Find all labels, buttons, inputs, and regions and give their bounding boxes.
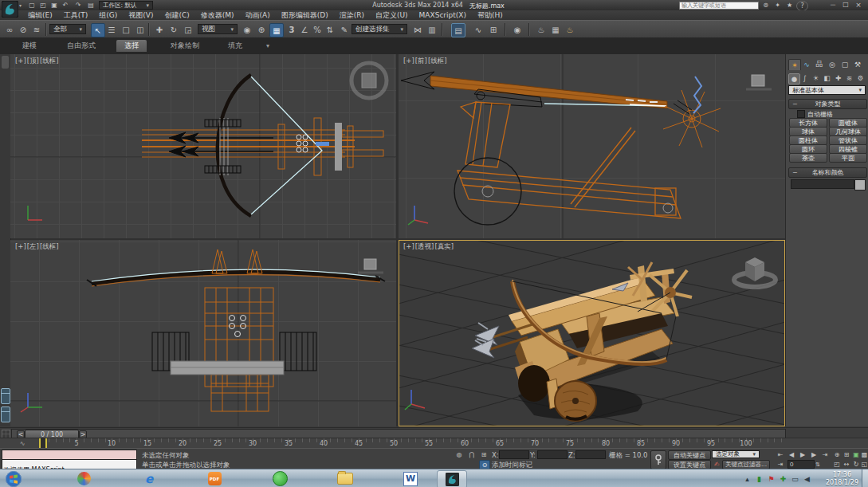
render-production-icon[interactable]: ♨ <box>564 23 576 36</box>
subtab-geometry[interactable]: ● <box>788 73 800 84</box>
isolate-selection-icon[interactable]: ◍ <box>454 450 464 459</box>
menu-create[interactable]: 创建(C) <box>159 10 194 21</box>
pan-view-icon[interactable]: ↔ <box>842 460 851 469</box>
viewcube-perspective[interactable] <box>734 257 776 287</box>
object-name-field[interactable] <box>791 179 854 189</box>
undo-icon[interactable]: ↶ <box>61 1 70 10</box>
object-color-swatch[interactable] <box>854 179 866 190</box>
taskbar-clock[interactable]: 17:36 2018/1/29 <box>826 471 858 486</box>
app-logo-icon[interactable] <box>2 1 18 18</box>
tray-security-shield-icon[interactable]: ✚ <box>778 473 788 484</box>
select-object-icon[interactable]: ↖ <box>91 23 105 37</box>
previous-frame-button[interactable]: ◀ <box>787 450 796 459</box>
orbit-icon[interactable]: ↻ <box>851 460 861 469</box>
viewport-top[interactable]: [+] [顶] [线框] <box>10 54 396 238</box>
go-to-end-button[interactable]: ⇥ <box>820 450 830 459</box>
viewport-view-button[interactable]: [前] <box>415 57 427 66</box>
percent-snap-icon[interactable]: % <box>311 23 324 36</box>
viewport-view-button[interactable]: [左] <box>27 242 39 252</box>
button-plane[interactable]: 平面 <box>829 153 867 163</box>
taskbar-pdf-app-icon[interactable]: PDF <box>202 470 226 487</box>
viewport-layout-tab-2[interactable] <box>1 406 10 422</box>
viewport-menu-button[interactable]: [+] <box>403 242 414 252</box>
viewport-shading-button[interactable]: [线框] <box>40 57 59 66</box>
zoom-region-icon[interactable]: ◰ <box>832 460 842 469</box>
tray-volume-icon[interactable]: ◀ <box>802 473 812 484</box>
keyboard-shortcut-override-icon[interactable]: ▦ <box>269 23 284 37</box>
ribbon-tab-object-paint[interactable]: 对象绘制 <box>163 40 207 52</box>
y-coord-field[interactable] <box>537 450 568 459</box>
menu-animation[interactable]: 动画(A) <box>240 10 276 21</box>
open-file-icon[interactable]: ◰ <box>38 1 48 10</box>
subtab-shapes[interactable]: ∫ <box>799 73 810 83</box>
current-frame-field[interactable] <box>787 460 815 469</box>
frame-spinner[interactable]: ⇅ <box>813 460 823 469</box>
snaps-toggle-icon[interactable]: 3 <box>285 23 298 36</box>
infocenter-search-input[interactable] <box>679 2 759 10</box>
tray-app-icon[interactable]: ▮ <box>754 473 764 484</box>
taskbar-3dsmax-button-active[interactable] <box>437 470 467 487</box>
viewport-menu-button[interactable]: [+] <box>15 57 26 66</box>
edit-named-sets-icon[interactable]: ✎ <box>338 23 351 36</box>
viewport-front[interactable]: [+] [前] [线框] <box>399 54 785 238</box>
tab-utilities[interactable]: ⚒ <box>852 59 863 69</box>
button-teapot[interactable]: 茶壶 <box>789 153 827 163</box>
reference-coordinate-dropdown[interactable]: 视图 ▾ <box>198 24 238 34</box>
restore-button[interactable]: □ <box>840 0 851 9</box>
save-file-icon[interactable]: ▣ <box>49 1 59 10</box>
menu-modifiers[interactable]: 修改器(M) <box>195 10 240 21</box>
taskbar-green-app-icon[interactable] <box>268 470 292 487</box>
zoom-extents-icon[interactable]: ▣ <box>851 450 861 459</box>
ribbon-tab-selection[interactable]: 选择 <box>116 40 147 52</box>
redo-icon[interactable]: ↷ <box>73 1 83 10</box>
go-to-start-button[interactable]: ⇤ <box>776 450 785 459</box>
tray-action-center-flag-icon[interactable]: ⚑ <box>766 473 776 484</box>
workspace-dropdown[interactable]: 工作区: 默认 ▾ <box>99 1 153 10</box>
menu-customize[interactable]: 自定义(U) <box>370 10 414 21</box>
window-crossing-icon[interactable]: ◫ <box>134 23 147 36</box>
select-by-name-icon[interactable]: ☰ <box>105 23 118 36</box>
spinner-snap-icon[interactable]: ⇅ <box>324 23 336 36</box>
tab-display[interactable]: ▢ <box>839 59 850 69</box>
named-selection-sets-dropdown[interactable]: 创建选择集 ▾ <box>352 24 407 34</box>
select-and-manipulate-icon[interactable]: ⊕ <box>255 23 268 36</box>
ribbon-tab-freeform[interactable]: 自由形式 <box>59 40 104 52</box>
taskbar-internet-explorer-icon[interactable]: e <box>137 470 161 487</box>
layout-bar-grip[interactable] <box>2 56 9 69</box>
primitive-category-dropdown[interactable]: 标准基本体 ▾ <box>788 85 866 95</box>
menu-maxscript[interactable]: MAXScript(X) <box>414 11 472 19</box>
curve-editor-icon[interactable]: ∿ <box>472 23 485 36</box>
viewport-perspective[interactable]: [+] [透视] [真实] <box>399 240 785 426</box>
open-mini-curve-editor-icon[interactable]: ∿ <box>18 439 27 448</box>
unlink-selection-icon[interactable]: ⊘ <box>17 23 29 36</box>
viewcube-front[interactable] <box>746 75 772 89</box>
use-pivot-center-icon[interactable]: ◉ <box>241 23 253 36</box>
new-scene-icon[interactable]: ▢ <box>27 1 37 10</box>
viewport-left[interactable]: [+] [左] [线框] <box>10 240 396 426</box>
rectangular-selection-icon[interactable]: □ <box>120 23 132 36</box>
align-icon[interactable]: ▥ <box>426 23 438 36</box>
subtab-systems[interactable]: ⚙ <box>855 73 866 83</box>
viewport-view-button[interactable]: [顶] <box>27 57 39 66</box>
key-filters-hand-icon[interactable]: ✍ <box>712 460 721 469</box>
zoom-icon[interactable]: ⊕ <box>832 450 842 459</box>
tray-network-icon[interactable]: ▭ <box>790 473 800 484</box>
key-mode-dropdown[interactable]: 选定对象 ▾ <box>712 450 760 458</box>
select-and-move-icon[interactable]: ✚ <box>153 23 166 36</box>
select-and-rotate-icon[interactable]: ↻ <box>167 23 180 36</box>
subtab-lights[interactable]: ☀ <box>811 73 821 83</box>
menu-views[interactable]: 视图(V) <box>123 10 159 21</box>
render-setup-icon[interactable]: ♨ <box>535 23 548 36</box>
track-bar[interactable]: ∿ 5 10 15 20 25 30 35 40 45 50 55 60 65 … <box>0 438 868 449</box>
menu-group[interactable]: 组(G) <box>93 10 123 21</box>
next-frame-button[interactable]: ▶ <box>809 450 819 459</box>
viewport-menu-button[interactable]: [+] <box>403 57 414 66</box>
auto-key-button[interactable]: 自动关键点 <box>668 450 711 460</box>
project-folder-icon[interactable]: ▤ <box>86 1 96 10</box>
tab-hierarchy[interactable]: 品 <box>814 59 825 69</box>
selection-filter-dropdown[interactable]: 全部 ▾ <box>49 24 86 34</box>
tab-create[interactable]: ✶ <box>788 59 801 70</box>
ribbon-tab-modeling[interactable]: 建模 <box>14 40 45 52</box>
rendered-frame-window-icon[interactable]: ▦ <box>549 23 562 36</box>
autogrid-checkbox[interactable] <box>797 110 805 118</box>
